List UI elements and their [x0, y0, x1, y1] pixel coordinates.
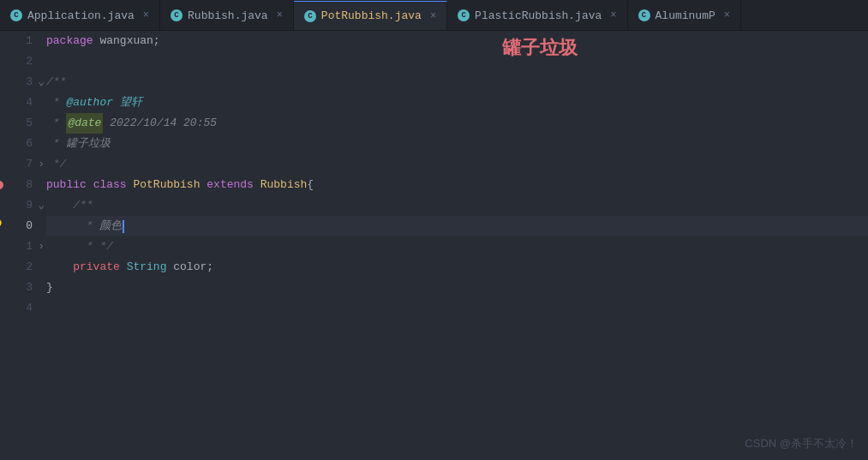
- line-3: 3 ⌄: [0, 72, 33, 93]
- watermark: CSDN @杀手不太冷！: [745, 436, 858, 451]
- tab-aluminump[interactable]: C AluminumP ×: [628, 1, 741, 30]
- tab-bar: C Application.java × C Rubbish.java × C …: [0, 0, 868, 31]
- tab-icon: C: [10, 9, 22, 21]
- line-12: 2: [0, 257, 33, 278]
- close-icon[interactable]: ×: [724, 9, 730, 21]
- code-line-4: * @author 望轩: [46, 93, 868, 113]
- line-6: 6: [0, 134, 33, 154]
- code-line-3: /**: [46, 72, 868, 93]
- annotation-text: 罐子垃圾: [502, 35, 578, 61]
- line-8: 8: [0, 175, 33, 195]
- code-line-12: private String color;: [46, 257, 868, 278]
- tab-plasticrubbish-java[interactable]: C PlasticRubbish.java ×: [447, 1, 627, 30]
- close-icon[interactable]: ×: [277, 9, 283, 21]
- code-line-5: * @date 2022/10/14 20:55: [46, 113, 868, 134]
- tab-application-java[interactable]: C Application.java ×: [0, 1, 160, 30]
- code-line-10: * 颜色: [46, 216, 868, 236]
- line-7: 7 ›: [0, 154, 33, 175]
- keyword-package: package: [46, 31, 93, 51]
- tab-label: Rubbish.java: [188, 9, 268, 22]
- code-content: package wangxuan ; /** * @author 望轩 * @d…: [39, 31, 868, 460]
- code-line-11: * */: [46, 236, 868, 257]
- close-icon[interactable]: ×: [610, 9, 616, 21]
- line-1: 1: [0, 31, 33, 51]
- code-line-7: */: [46, 154, 868, 175]
- text-cursor: [123, 220, 124, 233]
- code-line-6: * 罐子垃圾: [46, 134, 868, 154]
- tab-rubbish-java[interactable]: C Rubbish.java ×: [160, 1, 294, 30]
- tab-icon: C: [458, 9, 470, 21]
- tab-label: Application.java: [27, 9, 135, 22]
- line-9: 9 ⌄: [0, 195, 33, 216]
- line-10: 0 💡: [0, 216, 33, 236]
- close-icon[interactable]: ×: [430, 10, 436, 22]
- code-line-2: [46, 51, 868, 72]
- breakpoint-icon[interactable]: [0, 181, 3, 189]
- code-line-13: }: [46, 278, 868, 298]
- code-line-9: /**: [46, 195, 868, 216]
- package-name: wangxuan: [99, 31, 153, 51]
- code-line-8: public class PotRubbish extends Rubbish …: [46, 175, 868, 195]
- close-icon[interactable]: ×: [143, 9, 149, 21]
- date-tag: @date: [66, 113, 103, 134]
- line-14: 4: [0, 298, 33, 319]
- code-line-14: [46, 298, 868, 319]
- bulb-icon[interactable]: 💡: [0, 216, 4, 236]
- tab-icon: C: [171, 9, 183, 21]
- tab-label: PotRubbish.java: [321, 9, 422, 22]
- editor: 1 2 3 ⌄ 4 5 6 7 › 8 9 ⌄ 0 💡 1 › 2 3 4: [0, 31, 868, 460]
- tab-label: AluminumP: [655, 9, 715, 22]
- tab-label: PlasticRubbish.java: [475, 9, 602, 22]
- line-5: 5: [0, 113, 33, 134]
- line-numbers: 1 2 3 ⌄ 4 5 6 7 › 8 9 ⌄ 0 💡 1 › 2 3 4: [0, 31, 39, 460]
- line-4: 4: [0, 93, 33, 113]
- line-13: 3: [0, 278, 33, 298]
- tab-icon: C: [638, 9, 650, 21]
- tab-potrubbish-java[interactable]: C PotRubbish.java ×: [294, 1, 447, 30]
- code-line-1: package wangxuan ;: [46, 31, 868, 51]
- line-2: 2: [0, 51, 33, 72]
- tab-icon: C: [304, 10, 316, 22]
- line-11: 1 ›: [0, 236, 33, 257]
